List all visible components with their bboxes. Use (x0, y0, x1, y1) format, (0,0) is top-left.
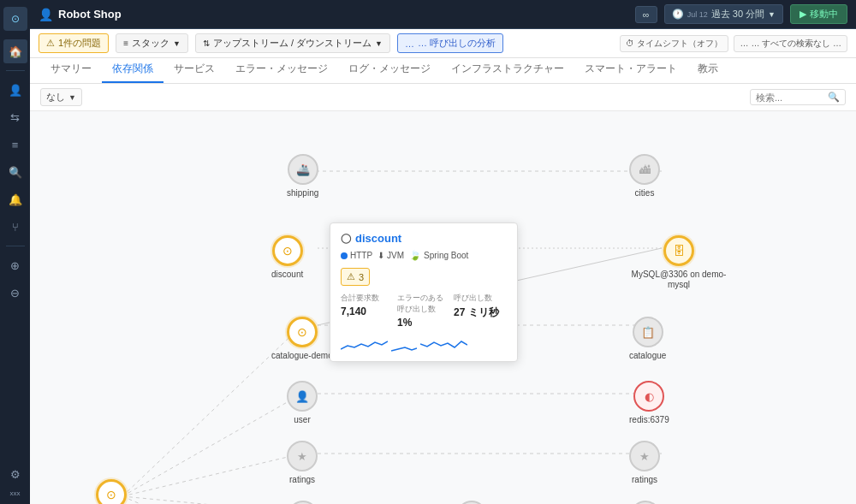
node-catalogue-right[interactable]: 📋 catalogue (629, 317, 666, 361)
header-logo-area: 👤 Robot Shop (39, 8, 122, 21)
popup-header-error: エラーのある呼び出し数 (397, 293, 450, 315)
tab-summary[interactable]: サマリー (40, 56, 102, 83)
node-dispatch[interactable]: 📦 dispatch (629, 501, 661, 504)
node-circle-shipping: 🚢 (288, 154, 318, 185)
node-label-redis: redis:6379 (629, 415, 669, 425)
node-label-ratings-right: ratings (632, 475, 657, 485)
node-circle-redis: ◐ (633, 381, 664, 412)
all-services-btn[interactable]: … … すべての検索なし … (734, 35, 847, 52)
node-mysql[interactable]: 🗄 MySQL@3306 on demo-mysql (627, 235, 730, 290)
sidebar-icon-search[interactable]: 🔍 (3, 160, 27, 184)
sparkline-calls (420, 334, 467, 353)
node-circle-ratings-right: ★ (629, 441, 660, 471)
node-circle-catalogue-right: 📋 (633, 317, 663, 347)
node-user[interactable]: 👤 user (287, 381, 318, 425)
node-discount[interactable]: ⊙ discount (271, 235, 303, 280)
toolbar: ⚠ 1件の問題 ≡ スタック ▼ ⇅ アップストリーム / ダウンストリーム ▼… (30, 29, 856, 58)
popup-icon: ◯ (341, 233, 351, 244)
sparkline-total (341, 334, 388, 353)
node-label-shipping: shipping (287, 188, 318, 199)
time-shift-btn[interactable]: ⏱ タイムシフト（オフ） (620, 35, 728, 52)
upstream-icon: ⇅ (203, 39, 210, 48)
alert-btn[interactable]: ⚠ 1件の問題 (39, 33, 109, 53)
analysis-dots: … (405, 39, 414, 49)
popup-tag-http: HTTP (341, 251, 372, 260)
popup-title: ◯ discount (341, 232, 507, 245)
spring-icon: 🍃 (409, 250, 421, 261)
node-circle-ratings-left: ★ (287, 441, 318, 471)
popup-stats-area: 合計要求数 7,140 エラーのある呼び出し数 1% 呼び出し数 27 ミリ秒 (341, 293, 507, 329)
tab-log-messages[interactable]: ログ・メッセージ (338, 56, 441, 83)
tab-service[interactable]: サービス (163, 56, 225, 83)
popup-tag-jvm-label: JVM (387, 251, 404, 260)
popup-sparklines (341, 334, 507, 353)
play-icon: ▶ (800, 9, 806, 20)
popup-col-error: エラーのある呼び出し数 1% (397, 293, 450, 329)
filter-btn[interactable]: なし ▼ (40, 88, 82, 106)
upstream-chevron: ▼ (375, 39, 383, 48)
http-dot (341, 252, 348, 259)
analysis-btn[interactable]: … … 呼び出しの分析 (397, 33, 503, 53)
node-label-catalogue-right: catalogue (629, 351, 666, 361)
node-label-discount: discount (271, 270, 303, 280)
popup-header-total: 合計要求数 (341, 293, 394, 304)
main-canvas: ⊙ nginx-web 🚢 shipping ⊙ discount ⊙ cata… (30, 111, 856, 504)
sidebar-icon-magnify[interactable]: ⊕ (3, 253, 27, 277)
node-payment[interactable]: 💳 payment (287, 501, 319, 504)
sidebar-bottom: ⚙ xxx (3, 460, 27, 504)
tab-infrastructure[interactable]: インフラストラクチャー (441, 56, 574, 83)
sidebar-icon-bell[interactable]: 🔔 (3, 187, 27, 211)
node-circle-cities: 🏙 (629, 154, 660, 185)
down-arrow-icon: ⬇ (377, 251, 384, 260)
node-ratings-left[interactable]: ★ ratings (287, 441, 318, 485)
sidebar-icon-share[interactable]: ⇆ (3, 105, 27, 129)
sidebar-icon-branch[interactable]: ⑂ (3, 215, 27, 239)
search-icon: 🔍 (828, 92, 840, 103)
stack-icon: ≡ (123, 39, 128, 48)
popup-val-total: 7,140 (341, 305, 394, 317)
node-circle-payment: 💳 (288, 501, 318, 504)
tab-dependencies[interactable]: 依存関係 (102, 56, 163, 83)
upstream-btn[interactable]: ⇅ アップストリーム / ダウンストリーム ▼ (195, 33, 390, 53)
filter-none-label: なし (46, 91, 65, 104)
node-circle-nginx: ⊙ (96, 479, 127, 504)
sidebar-icon-users[interactable]: 👤 (3, 78, 27, 102)
sidebar-icon-home[interactable]: 🏠 (3, 39, 27, 63)
popup-tag-spring: 🍃 Spring Boot (409, 250, 468, 261)
sidebar-divider-2 (6, 246, 25, 246)
node-robot-shop[interactable]: 🤖 robot-shop (451, 501, 492, 504)
search-input[interactable] (756, 92, 824, 103)
stack-btn[interactable]: ≡ スタック ▼ (116, 33, 188, 53)
tab-teach[interactable]: 教示 (687, 56, 728, 83)
all-services-label: … すべての検索なし … (751, 38, 841, 50)
infinity-icon: ∞ (643, 9, 650, 20)
sparkline-error (391, 334, 417, 353)
popup-val-error: 1% (397, 317, 450, 329)
popup-alert-icon: ⚠ (347, 271, 355, 282)
popup-col-total: 合計要求数 7,140 (341, 293, 394, 329)
node-nginx-web[interactable]: ⊙ nginx-web (92, 479, 131, 504)
popup-tag-http-label: HTTP (350, 251, 372, 260)
node-redis[interactable]: ◐ redis:6379 (629, 381, 669, 425)
sidebar-icon-layers[interactable]: ≡ (3, 133, 27, 157)
filter-chevron: ▼ (68, 93, 76, 102)
node-shipping[interactable]: 🚢 shipping (287, 154, 318, 199)
sidebar-version: xxx (3, 489, 27, 497)
infinity-btn[interactable]: ∞ (635, 6, 657, 23)
analysis-label: … 呼び出しの分析 (418, 37, 496, 50)
tab-error-messages[interactable]: エラー・メッセージ (225, 56, 338, 83)
node-catalogue-demo[interactable]: ⊙ catalogue-demo (271, 317, 333, 361)
sidebar-icon-gear[interactable]: ⚙ (3, 462, 27, 486)
migrate-btn[interactable]: ▶ 移動中 (790, 4, 847, 24)
time-shift-label: タイムシフト（オフ） (637, 38, 722, 50)
node-ratings-right[interactable]: ★ ratings (629, 441, 660, 485)
time-range-btn[interactable]: 🕐 Jul 12 過去 30 分間 ▼ (664, 4, 783, 24)
toolbar-right: ⏱ タイムシフト（オフ） … … すべての検索なし … (620, 35, 847, 52)
time-shift-icon: ⏱ (626, 39, 634, 48)
sidebar-icon-zoom-out[interactable]: ⊖ (3, 281, 27, 305)
node-circle-discount: ⊙ (272, 235, 303, 266)
tab-smart-alerts[interactable]: スマート・アラート (574, 56, 687, 83)
node-cities[interactable]: 🏙 cities (629, 154, 660, 199)
node-circle-user: 👤 (287, 381, 318, 412)
sidebar-logo[interactable]: ⊙ (3, 7, 27, 31)
